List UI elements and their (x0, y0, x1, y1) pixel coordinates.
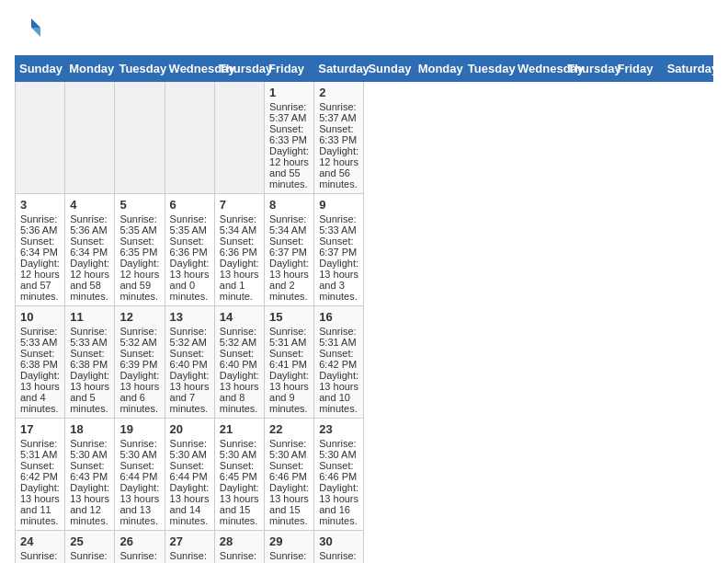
calendar-cell: 11Sunrise: 5:33 AMSunset: 6:38 PMDayligh… (65, 306, 115, 419)
sunset: Sunset: 6:35 PM (119, 236, 157, 258)
sunset: Sunset: 6:45 PM (220, 460, 257, 482)
calendar-cell: 28Sunrise: 5:29 AMSunset: 6:50 PMDayligh… (214, 531, 264, 564)
calendar-cell: 3Sunrise: 5:36 AMSunset: 6:34 PMDaylight… (16, 194, 65, 306)
day-number: 9 (319, 198, 358, 212)
daylight: Daylight: 13 hours and 13 minutes. (119, 482, 159, 526)
sunrise: Sunrise: 5:31 AM (319, 326, 356, 348)
sunrise: Sunrise: 5:34 AM (269, 213, 306, 236)
sunrise: Sunrise: 5:35 AM (170, 213, 207, 236)
sunset: Sunset: 6:39 PM (119, 348, 157, 370)
calendar-cell: 29Sunrise: 5:29 AMSunset: 6:50 PMDayligh… (265, 531, 314, 564)
daylight: Daylight: 13 hours and 6 minutes. (119, 370, 159, 414)
sunrise: Sunrise: 5:29 AM (269, 550, 306, 563)
sunrise: Sunrise: 5:33 AM (319, 213, 356, 236)
sunrise: Sunrise: 5:30 AM (269, 438, 306, 460)
calendar-cell: 22Sunrise: 5:30 AMSunset: 6:46 PMDayligh… (265, 419, 314, 531)
calendar-cell: 18Sunrise: 5:30 AMSunset: 6:43 PMDayligh… (65, 419, 115, 531)
calendar-cell: 21Sunrise: 5:30 AMSunset: 6:45 PMDayligh… (214, 419, 264, 531)
calendar-cell: 4Sunrise: 5:36 AMSunset: 6:34 PMDaylight… (65, 194, 115, 306)
daylight: Daylight: 13 hours and 9 minutes. (269, 370, 309, 414)
sunset: Sunset: 6:42 PM (20, 460, 58, 482)
calendar-cell: 7Sunrise: 5:34 AMSunset: 6:36 PMDaylight… (214, 194, 264, 306)
day-header-tuesday: Tuesday (115, 56, 165, 82)
day-number: 15 (269, 310, 309, 324)
day-number: 10 (20, 310, 60, 324)
sunrise: Sunrise: 5:32 AM (170, 326, 207, 348)
day-number: 6 (170, 198, 210, 212)
sunrise: Sunrise: 5:37 AM (319, 101, 356, 123)
day-number: 14 (220, 310, 259, 324)
calendar-cell: 17Sunrise: 5:31 AMSunset: 6:42 PMDayligh… (16, 419, 65, 531)
sunset: Sunset: 6:36 PM (220, 236, 257, 258)
sunset: Sunset: 6:36 PM (170, 236, 208, 258)
calendar-cell: 27Sunrise: 5:29 AMSunset: 6:49 PMDayligh… (165, 531, 214, 564)
page-header (15, 15, 713, 40)
sunset: Sunset: 6:38 PM (70, 348, 108, 370)
calendar-week-row: 17Sunrise: 5:31 AMSunset: 6:42 PMDayligh… (16, 419, 713, 531)
day-header-thursday: Thursday (563, 56, 613, 82)
calendar-cell: 23Sunrise: 5:30 AMSunset: 6:46 PMDayligh… (314, 419, 364, 531)
sunset: Sunset: 6:41 PM (269, 348, 307, 370)
daylight: Daylight: 13 hours and 15 minutes. (220, 482, 259, 526)
calendar-header-row: SundayMondayTuesdayWednesdayThursdayFrid… (16, 56, 713, 82)
sunrise: Sunrise: 5:30 AM (319, 438, 356, 460)
calendar-table: SundayMondayTuesdayWednesdayThursdayFrid… (15, 55, 713, 563)
sunset: Sunset: 6:37 PM (269, 236, 307, 258)
calendar-cell: 15Sunrise: 5:31 AMSunset: 6:41 PMDayligh… (265, 306, 314, 419)
sunset: Sunset: 6:34 PM (70, 236, 108, 258)
sunrise: Sunrise: 5:29 AM (170, 550, 207, 563)
day-number: 11 (70, 310, 109, 324)
sunrise: Sunrise: 5:30 AM (220, 438, 256, 460)
day-number: 30 (319, 534, 358, 548)
day-number: 16 (319, 310, 358, 324)
sunrise: Sunrise: 5:29 AM (220, 550, 256, 563)
day-number: 19 (119, 422, 159, 436)
daylight: Daylight: 13 hours and 0 minutes. (170, 258, 210, 302)
sunset: Sunset: 6:42 PM (319, 348, 357, 370)
sunset: Sunset: 6:33 PM (269, 123, 307, 145)
daylight: Daylight: 13 hours and 14 minutes. (170, 482, 210, 526)
sunrise: Sunrise: 5:30 AM (119, 438, 156, 460)
day-number: 27 (170, 534, 210, 548)
day-number: 7 (220, 198, 259, 212)
sunset: Sunset: 6:33 PM (319, 123, 357, 145)
calendar-cell (214, 82, 264, 194)
calendar-cell: 13Sunrise: 5:32 AMSunset: 6:40 PMDayligh… (165, 306, 214, 419)
sunrise: Sunrise: 5:29 AM (70, 550, 107, 563)
sunrise: Sunrise: 5:29 AM (119, 550, 156, 563)
day-number: 20 (170, 422, 210, 436)
day-number: 29 (269, 534, 309, 548)
day-number: 22 (269, 422, 309, 436)
calendar-week-row: 1Sunrise: 5:37 AMSunset: 6:33 PMDaylight… (16, 82, 713, 194)
day-header-monday: Monday (65, 56, 115, 82)
calendar-cell: 5Sunrise: 5:35 AMSunset: 6:35 PMDaylight… (115, 194, 165, 306)
day-header-sunday: Sunday (16, 56, 65, 82)
sunrise: Sunrise: 5:35 AM (119, 213, 156, 236)
day-header-thursday: Thursday (214, 56, 264, 82)
calendar-cell: 2Sunrise: 5:37 AMSunset: 6:33 PMDaylight… (314, 82, 364, 194)
daylight: Daylight: 13 hours and 15 minutes. (269, 482, 309, 526)
day-header-sunday: Sunday (364, 56, 414, 82)
sunrise: Sunrise: 5:31 AM (20, 438, 57, 460)
day-header-wednesday: Wednesday (514, 56, 563, 82)
day-number: 25 (70, 534, 109, 548)
svg-marker-0 (31, 18, 40, 28)
sunset: Sunset: 6:46 PM (319, 460, 357, 482)
sunrise: Sunrise: 5:31 AM (269, 326, 306, 348)
svg-marker-1 (31, 28, 40, 37)
day-header-friday: Friday (265, 56, 314, 82)
daylight: Daylight: 13 hours and 7 minutes. (170, 370, 210, 414)
daylight: Daylight: 13 hours and 4 minutes. (20, 370, 60, 414)
day-number: 8 (269, 198, 309, 212)
calendar-cell (165, 82, 214, 194)
daylight: Daylight: 13 hours and 5 minutes. (70, 370, 109, 414)
calendar-cell: 20Sunrise: 5:30 AMSunset: 6:44 PMDayligh… (165, 419, 214, 531)
day-number: 1 (269, 86, 309, 99)
calendar-cell: 26Sunrise: 5:29 AMSunset: 6:48 PMDayligh… (115, 531, 165, 564)
sunset: Sunset: 6:37 PM (319, 236, 357, 258)
day-header-saturday: Saturday (314, 56, 364, 82)
logo (15, 15, 44, 40)
daylight: Daylight: 12 hours and 56 minutes. (319, 145, 358, 190)
day-number: 3 (20, 198, 60, 212)
day-number: 23 (319, 422, 358, 436)
